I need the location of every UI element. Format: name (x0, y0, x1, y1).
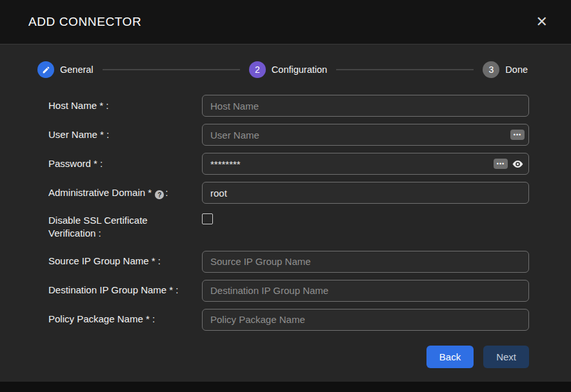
dialog-title: ADD CONNECTOR (28, 15, 141, 29)
step-configuration-number: 2 (249, 61, 266, 78)
admin-domain-label-text: Administrative Domain * (48, 187, 152, 198)
host-name-input[interactable] (202, 95, 529, 117)
step-general[interactable]: General (37, 61, 94, 78)
step-connector-line (336, 69, 474, 70)
step-done-number: 3 (483, 61, 499, 78)
wizard-stepper: General 2 Configuration 3 Done (37, 61, 529, 78)
destination-ip-group-label: Destination IP Group Name * : (37, 284, 202, 297)
user-name-label: User Name * : (37, 128, 202, 141)
admin-domain-input[interactable] (202, 182, 529, 204)
form-row-admin-domain: Administrative Domain * ?: (37, 182, 529, 204)
step-done-label: Done (505, 64, 528, 75)
next-button[interactable]: Next (483, 346, 529, 368)
source-ip-group-label: Source IP Group Name * : (37, 255, 202, 268)
step-configuration[interactable]: 2 Configuration (249, 61, 327, 78)
pencil-icon (37, 61, 54, 78)
form-row-ssl-verification: Disable SSL Certificate Verification : (37, 211, 529, 240)
step-configuration-label: Configuration (272, 64, 327, 75)
form-row-host-name: Host Name * : (37, 95, 529, 117)
step-general-label: General (60, 64, 94, 75)
user-name-browse-icon[interactable]: ••• (510, 130, 525, 140)
password-label: Password * : (37, 157, 202, 170)
step-connector-line (103, 69, 240, 70)
step-done[interactable]: 3 Done (483, 61, 528, 78)
add-connector-dialog: ADD CONNECTOR ✕ General 2 Configuration … (0, 0, 571, 382)
form-row-destination-ip-group: Destination IP Group Name * : (37, 280, 529, 302)
admin-domain-label: Administrative Domain * ?: (37, 186, 202, 200)
dialog-body: General 2 Configuration 3 Done Host Name… (0, 44, 571, 382)
form-row-policy-package: Policy Package Name * : (37, 309, 529, 331)
admin-domain-label-suffix: : (165, 187, 168, 198)
eye-icon[interactable] (510, 157, 525, 171)
close-icon[interactable]: ✕ (532, 12, 552, 32)
help-icon[interactable]: ? (155, 190, 164, 199)
password-browse-icon[interactable]: ••• (494, 159, 508, 169)
host-name-label: Host Name * : (37, 99, 202, 112)
dialog-footer: Back Next (37, 346, 529, 368)
policy-package-input[interactable] (202, 309, 529, 331)
form-row-password: Password * : ••• (37, 153, 529, 175)
connector-form: Host Name * : User Name * : ••• Password… (37, 95, 529, 338)
form-row-user-name: User Name * : ••• (37, 124, 529, 146)
user-name-input[interactable] (202, 124, 529, 146)
destination-ip-group-input[interactable] (202, 280, 529, 302)
ssl-verification-label: Disable SSL Certificate Verification : (37, 211, 202, 240)
dialog-header: ADD CONNECTOR ✕ (0, 0, 571, 44)
policy-package-label: Policy Package Name * : (37, 313, 202, 326)
ssl-verification-checkbox[interactable] (202, 213, 213, 224)
source-ip-group-input[interactable] (202, 251, 529, 273)
back-button[interactable]: Back (426, 346, 474, 368)
password-input[interactable] (202, 153, 529, 175)
form-row-source-ip-group: Source IP Group Name * : (37, 251, 529, 273)
